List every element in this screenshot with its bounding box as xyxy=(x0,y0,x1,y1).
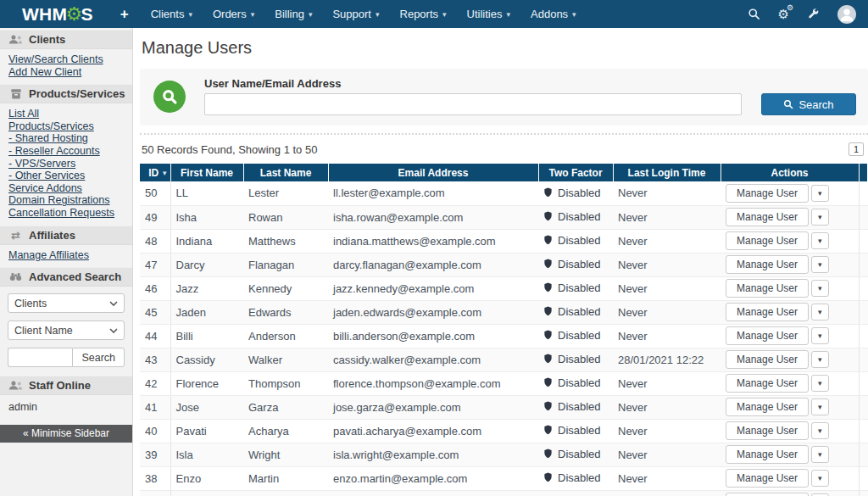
sidebar-link-add-new-client[interactable]: Add New Client xyxy=(8,66,124,79)
manage-user-button[interactable]: Manage User xyxy=(726,469,809,488)
sidebar-section-affiliates: ⇄ Affiliates xyxy=(0,226,132,245)
sidebar-link-vps-servers[interactable]: - VPS/Servers xyxy=(8,158,124,170)
menu-clients[interactable]: Clients ▾ xyxy=(141,0,203,28)
last-name-cell: Flanagan xyxy=(243,253,328,276)
column-header-actions[interactable]: Actions xyxy=(721,164,859,181)
sidebar-link-manage-affiliates[interactable]: Manage Affiliates xyxy=(8,249,124,262)
manage-user-button[interactable]: Manage User xyxy=(726,421,809,440)
menu-support[interactable]: Support ▾ xyxy=(322,0,389,28)
manage-user-dropdown-button[interactable]: ▾ xyxy=(811,327,829,344)
manage-user-button[interactable]: Manage User xyxy=(726,493,809,496)
column-header-first-name[interactable]: First Name xyxy=(170,164,243,181)
sidebar-link-view-search-clients[interactable]: View/Search Clients xyxy=(8,53,124,66)
advanced-search-button[interactable]: Search xyxy=(72,348,125,367)
menu-addons[interactable]: Addons ▾ xyxy=(520,0,587,28)
first-name-cell: Indiana xyxy=(170,229,243,253)
menu-orders[interactable]: Orders ▾ xyxy=(203,0,264,28)
column-header-spacer xyxy=(859,164,868,181)
column-header-id[interactable]: ID▼ xyxy=(140,164,170,181)
manage-user-dropdown-button[interactable]: ▾ xyxy=(811,470,829,487)
column-header-email[interactable]: Email Address xyxy=(328,164,538,181)
manage-user-dropdown-button[interactable]: ▾ xyxy=(811,280,829,297)
user-id-cell: 46 xyxy=(140,276,170,300)
manage-user-button[interactable]: Manage User xyxy=(726,445,809,464)
shield-icon xyxy=(543,472,553,482)
manage-user-button[interactable]: Manage User xyxy=(726,350,809,369)
manage-user-button[interactable]: Manage User xyxy=(726,303,809,321)
last-name-cell: Garza xyxy=(243,395,328,419)
table-row: 48 Indiana Matthews indiana.matthews@exa… xyxy=(140,229,868,253)
menu-utilities[interactable]: Utilities ▾ xyxy=(457,0,520,28)
dotted-divider xyxy=(140,133,868,135)
manage-user-dropdown-button[interactable]: ▾ xyxy=(811,375,829,392)
manage-user-dropdown-button[interactable]: ▾ xyxy=(811,351,829,368)
search-button[interactable]: Search xyxy=(761,93,856,115)
pagination-page-1[interactable]: 1 xyxy=(849,142,864,156)
column-header-last-login[interactable]: Last Login Time xyxy=(613,164,721,181)
sidebar-link-reseller-accounts[interactable]: - Reseller Accounts xyxy=(8,145,124,158)
menu-reports[interactable]: Reports ▾ xyxy=(390,0,457,28)
sidebar-link-shared-hosting[interactable]: - Shared Hosting xyxy=(8,132,124,145)
gear-logo-icon: ⚙ xyxy=(65,5,82,24)
manage-user-dropdown-button[interactable]: ▾ xyxy=(811,304,829,320)
advanced-search-category-select[interactable]: Clients xyxy=(8,293,125,313)
binoculars-icon xyxy=(8,272,23,281)
manage-user-button[interactable]: Manage User xyxy=(726,231,809,250)
manage-user-dropdown-button[interactable]: ▾ xyxy=(811,446,829,463)
manage-user-button[interactable]: Manage User xyxy=(726,279,809,298)
wrench-icon[interactable] xyxy=(807,8,820,20)
manage-user-dropdown-button[interactable]: ▾ xyxy=(811,185,829,202)
last-login-cell: Never xyxy=(613,490,721,496)
manage-user-dropdown-button[interactable]: ▾ xyxy=(811,398,829,415)
sidebar-link-service-addons[interactable]: Service Addons xyxy=(8,182,124,195)
email-cell: isha.rowan@example.com xyxy=(328,205,538,229)
manage-user-dropdown-button[interactable]: ▾ xyxy=(811,422,829,439)
user-id-cell: 41 xyxy=(140,395,170,419)
caret-down-icon: ▾ xyxy=(818,260,822,269)
column-header-last-name[interactable]: Last Name xyxy=(243,164,328,181)
user-id-cell: 38 xyxy=(140,466,170,490)
two-factor-cell: Disabled xyxy=(538,371,613,395)
manage-user-dropdown-button[interactable]: ▾ xyxy=(811,256,829,273)
staff-online-admin[interactable]: admin xyxy=(0,395,132,421)
last-login-cell: Never xyxy=(613,371,721,395)
email-cell: darcy.flanagan@example.com xyxy=(328,253,538,276)
sidebar-link-list-all-products[interactable]: List All Products/Services xyxy=(8,108,124,132)
manage-user-button[interactable]: Manage User xyxy=(726,255,809,274)
advanced-search-input[interactable] xyxy=(8,348,72,367)
spacer-cell xyxy=(859,229,868,253)
sidebar-link-domain-registrations[interactable]: Domain Registrations xyxy=(8,194,124,207)
actions-cell: Manage User ▾ xyxy=(721,300,859,324)
advanced-search-field-select[interactable]: Client Name xyxy=(8,320,125,340)
manage-user-dropdown-button[interactable]: ▾ xyxy=(811,209,829,226)
search-circle-icon xyxy=(153,81,186,113)
column-header-two-factor[interactable]: Two Factor xyxy=(538,164,613,181)
manage-user-button[interactable]: Manage User xyxy=(726,326,809,345)
last-login-cell: Never xyxy=(613,443,721,466)
user-id-cell: 48 xyxy=(140,229,170,253)
email-cell: isla.wright@example.com xyxy=(328,443,538,466)
username-email-label: User Name/Email Address xyxy=(204,77,856,90)
caret-down-icon: ▾ xyxy=(818,189,822,198)
manage-user-button[interactable]: Manage User xyxy=(726,398,809,416)
shield-icon xyxy=(543,425,553,435)
whmcs-logo[interactable]: WHM⚙S xyxy=(22,4,93,25)
manage-user-button[interactable]: Manage User xyxy=(726,184,809,203)
manage-user-button[interactable]: Manage User xyxy=(726,374,809,393)
gears-icon[interactable]: ⚙⚙ xyxy=(778,8,789,20)
manage-user-dropdown-button[interactable]: ▾ xyxy=(811,232,829,249)
spacer-cell xyxy=(859,466,868,490)
minimise-sidebar-button[interactable]: « Minimise Sidebar xyxy=(0,425,132,443)
manage-user-button[interactable]: Manage User xyxy=(726,208,809,226)
quick-add-button[interactable]: + xyxy=(120,6,129,23)
shield-icon xyxy=(543,401,553,411)
user-avatar[interactable] xyxy=(837,5,856,24)
search-icon[interactable] xyxy=(748,8,760,20)
caret-down-icon: ▾ xyxy=(818,474,822,482)
username-email-input[interactable] xyxy=(204,93,742,115)
sidebar-section-clients: Clients xyxy=(0,30,132,49)
email-cell: pavati.acharya@example.com xyxy=(328,419,538,443)
sidebar-link-cancellation-requests[interactable]: Cancellation Requests xyxy=(8,207,124,220)
menu-billing[interactable]: Billing ▾ xyxy=(264,0,322,28)
sidebar-link-other-services[interactable]: - Other Services xyxy=(8,170,124,182)
